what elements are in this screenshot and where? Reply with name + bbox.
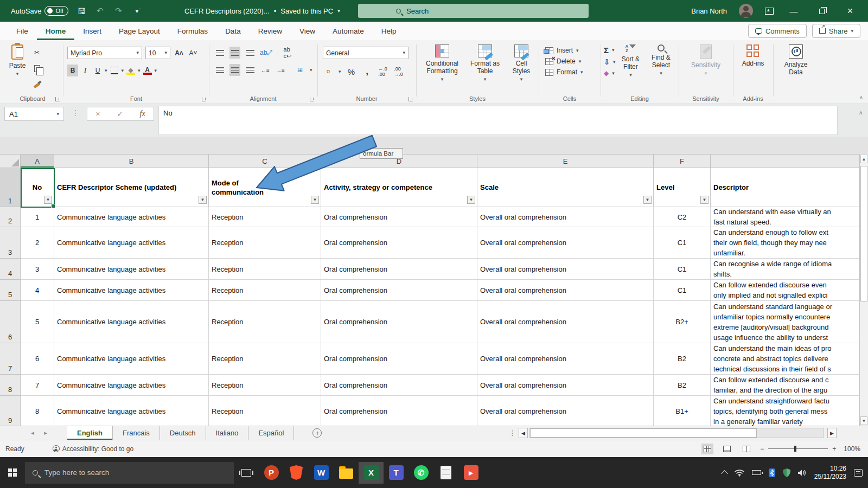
word-app[interactable]: W [309, 462, 334, 484]
column-header-A[interactable]: A [21, 154, 54, 168]
data-cell[interactable]: Reception [209, 227, 321, 259]
ribbon-tab-insert[interactable]: Insert [74, 22, 110, 40]
data-cell[interactable]: C1 [654, 227, 711, 259]
data-cell[interactable]: Oral comprehension [321, 375, 477, 396]
data-cell[interactable]: Can understand with ease virtually anfas… [711, 207, 859, 227]
data-cell[interactable]: Overall oral comprehension [477, 259, 654, 280]
header-cell-cefr-descriptor-scheme-updated-[interactable]: CEFR Descriptor Scheme (updated)▼ [54, 168, 209, 207]
find-select-button[interactable]: Find & Select ▾ [646, 40, 676, 92]
filter-button[interactable]: ▼ [643, 196, 652, 204]
filter-button[interactable]: ▼ [199, 196, 207, 204]
vertical-scroll-thumb[interactable] [860, 166, 867, 301]
sheet-tab-español[interactable]: Español [248, 426, 294, 440]
whatsapp-app[interactable]: ✆ [409, 462, 433, 484]
expand-formula-bar-icon[interactable]: ˄ [859, 110, 863, 116]
clear-button[interactable]: ◆▾ [604, 69, 615, 77]
increase-indent-button[interactable]: →≡ [275, 64, 286, 76]
data-cell[interactable]: Oral comprehension [321, 259, 477, 280]
column-header-E[interactable]: E [477, 154, 654, 168]
formula-bar-grip[interactable]: ⋮ [72, 108, 79, 117]
data-cell[interactable]: Can understand straightforward factutopi… [711, 396, 859, 427]
wrap-text-button[interactable]: abc↩ [282, 47, 293, 59]
close-button[interactable]: × [842, 5, 858, 17]
data-cell[interactable]: Oral comprehension [321, 207, 477, 227]
confirm-entry-icon[interactable]: ✓ [117, 110, 123, 118]
font-color-chevron-icon[interactable]: ▾ [155, 68, 157, 73]
search-input[interactable]: Search [358, 4, 589, 18]
number-format-select[interactable]: General▾ [323, 47, 409, 59]
data-cell[interactable]: 2 [21, 227, 54, 259]
bluetooth-icon[interactable] [769, 468, 775, 477]
sheet-tab-francais[interactable]: Francais [113, 426, 160, 440]
borders-chevron-icon[interactable]: ▾ [122, 68, 124, 73]
data-cell[interactable]: Communicative language activities [54, 396, 209, 427]
header-cell-scale[interactable]: Scale▼ [477, 168, 654, 207]
data-cell[interactable]: Oral comprehension [321, 227, 477, 259]
collapse-ribbon-icon[interactable]: ˄ [860, 95, 863, 100]
paste-button[interactable]: Paste ▾ [3, 40, 31, 92]
accounting-chevron-icon[interactable]: ▾ [339, 69, 341, 74]
select-all-corner[interactable] [0, 154, 21, 168]
data-cell[interactable]: 4 [21, 280, 54, 301]
row-header-5[interactable]: 5 [0, 280, 21, 301]
data-cell[interactable]: B2 [654, 375, 711, 396]
align-left-button[interactable] [214, 64, 225, 76]
defender-shield-icon[interactable] [783, 468, 790, 477]
scroll-right-button[interactable]: ▶ [827, 428, 837, 438]
data-cell[interactable]: Reception [209, 375, 321, 396]
percent-style-button[interactable]: % [346, 66, 357, 78]
row-header-2[interactable]: 2 [0, 207, 21, 227]
scroll-up-button[interactable]: ▲ [860, 155, 867, 163]
page-break-view-button[interactable] [741, 444, 752, 454]
saved-status[interactable]: Saved to this PC [280, 7, 333, 15]
task-view-button[interactable] [234, 462, 259, 484]
scroll-down-button[interactable]: ▼ [860, 416, 867, 425]
normal-view-button[interactable] [701, 444, 713, 454]
column-header-last[interactable] [711, 154, 859, 168]
align-right-button[interactable] [245, 64, 256, 76]
autosave-toggle[interactable]: AutoSave Off [11, 6, 68, 16]
accessibility-status[interactable]: Accessibility: Good to go [53, 445, 133, 453]
data-cell[interactable]: Communicative language activities [54, 227, 209, 259]
clipboard-dialog-launcher[interactable] [55, 97, 60, 101]
zoom-out-icon[interactable]: − [760, 445, 764, 453]
cut-button[interactable]: ✂ [31, 47, 42, 59]
data-cell[interactable]: Can understand the main ideas of proconc… [711, 343, 859, 375]
data-cell[interactable]: 1 [21, 207, 54, 227]
ribbon-tab-review[interactable]: Review [250, 22, 291, 40]
analyze-data-button[interactable]: Analyze Data [774, 40, 818, 92]
redo-icon[interactable]: ↷ [113, 6, 124, 16]
fill-color-button[interactable] [125, 65, 136, 76]
autosave-switch[interactable]: Off [44, 6, 68, 16]
sheet-nav-left-icon[interactable]: ◂ [26, 426, 39, 440]
restore-button[interactable] [814, 7, 830, 16]
sheet-tab-deutsch[interactable]: Deutsch [160, 426, 206, 440]
notepad-app[interactable] [433, 462, 458, 484]
zoom-in-icon[interactable]: + [832, 445, 836, 453]
insert-function-icon[interactable]: fx [140, 110, 145, 118]
sheet-tab-italiano[interactable]: Italiano [206, 426, 249, 440]
brave-app[interactable] [284, 462, 309, 484]
horizontal-scroll-thumb[interactable] [530, 428, 757, 438]
excel-app[interactable]: X [359, 462, 384, 484]
data-cell[interactable]: B2 [654, 343, 711, 375]
powerpoint-app[interactable]: P [259, 462, 284, 484]
orientation-button[interactable]: ab⤢ [260, 47, 272, 59]
data-cell[interactable]: Communicative language activities [54, 207, 209, 227]
header-cell-activity-strategy-or-competence[interactable]: Activity, strategy or competence▼ [321, 168, 477, 207]
data-cell[interactable]: C1 [654, 280, 711, 301]
sheet-tab-english[interactable]: English [67, 426, 113, 440]
bold-button[interactable]: B [67, 65, 78, 76]
minimize-button[interactable]: — [786, 7, 802, 16]
ribbon-tab-data[interactable]: Data [216, 22, 250, 40]
format-cells-button[interactable]: Format▾ [545, 68, 599, 76]
zoom-track[interactable] [768, 448, 828, 449]
ribbon-tab-help[interactable]: Help [373, 22, 405, 40]
data-cell[interactable]: Communicative language activities [54, 343, 209, 375]
column-header-B[interactable]: B [54, 154, 209, 168]
data-cell[interactable]: Reception [209, 343, 321, 375]
alignment-dialog-launcher[interactable] [310, 97, 314, 101]
ribbon-display-options-icon[interactable] [765, 8, 774, 15]
column-header-F[interactable]: F [654, 154, 711, 168]
row-header-1[interactable]: 1 [0, 168, 21, 207]
